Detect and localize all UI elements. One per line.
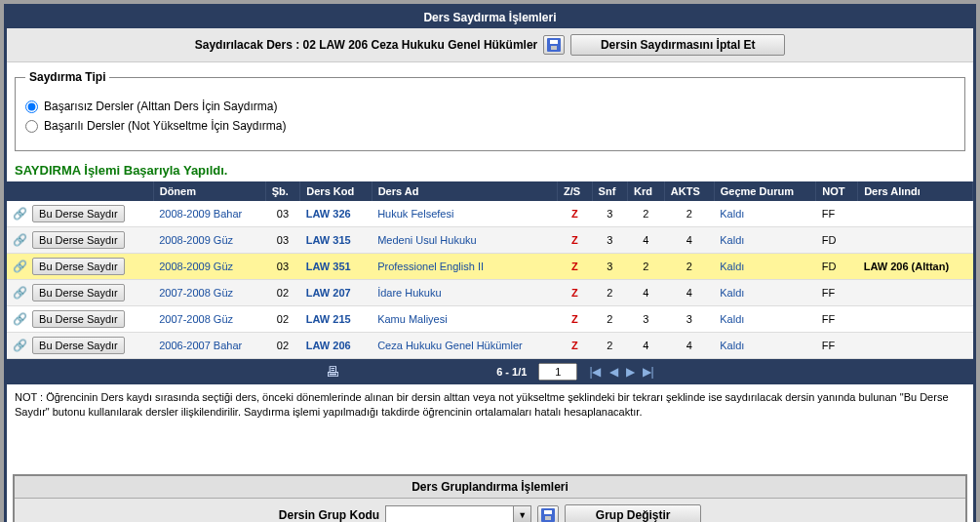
link-icon: 🔗 [13,312,27,326]
pager-last-icon[interactable]: ▶| [643,365,654,379]
cell-grade: FD [816,227,858,254]
cell-taken [858,201,973,227]
code-link[interactable]: LAW 351 [306,261,351,272]
cell-taken [858,306,973,333]
cell-taken: LAW 206 (Alttan) [858,254,973,280]
group-save-button[interactable] [537,505,559,522]
assign-button[interactable]: Bu Derse Saydır [32,310,125,328]
name-link[interactable]: İdare Hukuku [377,287,441,299]
col-name: Ders Ad [372,181,557,201]
assign-button[interactable]: Bu Derse Saydır [32,258,125,275]
sub-bar: Saydırılacak Ders : 02 LAW 206 Ceza Huku… [7,28,973,62]
term-link[interactable]: 2007-2008 Güz [159,287,233,299]
assign-button[interactable]: Bu Derse Saydır [32,284,125,301]
assign-button[interactable]: Bu Derse Saydır [32,205,125,222]
code-link[interactable]: LAW 215 [306,313,351,325]
cell-section: 02 [265,306,300,333]
status-link[interactable]: Kaldı [720,340,744,351]
col-class: Snf [592,181,627,201]
pager-prev-icon[interactable]: ◀ [609,365,618,379]
pager: 🖶 6 - 1/1 |◀ ◀ ▶ ▶| [7,359,973,384]
col-grade: NOT [816,181,858,201]
name-link[interactable]: Kamu Maliyesi [377,313,448,325]
term-link[interactable]: 2006-2007 Bahar [159,340,242,351]
cell-ects: 2 [664,201,714,227]
name-link[interactable]: Medeni Usul Hukuku [377,234,477,246]
cell-credit: 2 [628,201,665,227]
cell-credit: 4 [628,280,665,306]
code-link[interactable]: LAW 206 [306,340,351,351]
pager-next-icon[interactable]: ▶ [626,365,635,379]
status-link[interactable]: Kaldı [720,234,744,246]
term-link[interactable]: 2007-2008 Güz [159,313,233,325]
cell-ects: 4 [664,227,714,254]
name-link[interactable]: Professionel English II [377,261,484,272]
col-credit: Krd [628,181,665,201]
name-link[interactable]: Hukuk Felsefesi [377,208,453,220]
type-legend: Saydırma Tipi [25,70,109,84]
status-link[interactable]: Kaldı [720,208,744,220]
cell-credit: 4 [628,227,665,254]
cell-taken [858,280,973,306]
radio-passed-courses[interactable] [25,120,38,133]
link-icon: 🔗 [13,286,27,300]
cell-class: 2 [592,306,627,333]
group-change-button[interactable]: Grup Değiştir [565,504,701,522]
link-icon: 🔗 [13,207,27,221]
group-code-input[interactable] [386,506,513,522]
pager-text: 6 - 1/1 [351,366,527,378]
name-link[interactable]: Ceza Hukuku Genel Hükümler [377,340,523,351]
cell-section: 03 [265,254,300,280]
cell-zs: Z [557,254,592,280]
term-link[interactable]: 2008-2009 Güz [159,234,233,246]
col-taken: Ders Alındı [858,181,973,201]
cell-zs: Z [557,306,592,333]
assign-button[interactable]: Bu Derse Saydır [32,231,125,249]
courses-table: Dönem Şb. Ders Kod Ders Ad Z/S Snf Krd A… [7,181,973,359]
code-link[interactable]: LAW 315 [306,234,351,246]
col-code: Ders Kod [300,181,372,201]
term-link[interactable]: 2008-2009 Güz [159,261,233,272]
table-row: 🔗 Bu Derse Saydır2006-2007 Bahar02LAW 20… [7,333,973,359]
course-info-label: Saydırılacak Ders : 02 LAW 206 Ceza Huku… [195,38,537,52]
pager-first-icon[interactable]: |◀ [589,365,601,379]
save-icon [541,508,555,522]
combo-dropdown-button[interactable]: ▼ [513,506,530,522]
cell-zs: Z [557,201,592,227]
type-panel: Saydırma Tipi Başarısız Dersler (Alttan … [15,70,965,151]
cell-section: 02 [265,280,300,306]
radio-passed-label: Başarılı Dersler (Not Yükseltme İçin Say… [44,119,287,133]
cancel-assignment-button[interactable]: Dersin Saydırmasını İptal Et [570,34,785,56]
status-link[interactable]: Kaldı [720,287,744,299]
print-icon[interactable]: 🖶 [326,364,339,380]
table-row: 🔗 Bu Derse Saydır2008-2009 Güz03LAW 351P… [7,254,973,280]
table-row: 🔗 Bu Derse Saydır2008-2009 Bahar03LAW 32… [7,201,973,227]
col-section: Şb. [265,181,300,201]
radio-failed-courses[interactable] [25,100,38,113]
cell-grade: FF [816,280,858,306]
save-button[interactable] [543,35,565,55]
col-term: Dönem [153,181,265,201]
note-text-1: NOT : Öğrencinin Ders kaydı sırasında se… [7,384,973,429]
status-link[interactable]: Kaldı [720,313,744,325]
pager-input[interactable] [538,363,577,381]
cell-zs: Z [557,333,592,359]
cell-taken [858,227,973,254]
cell-zs: Z [557,227,592,254]
cell-credit: 4 [628,333,665,359]
status-link[interactable]: Kaldı [720,261,744,272]
col-action [7,181,153,201]
group-code-combo[interactable]: ▼ [385,505,531,522]
cell-ects: 4 [664,280,714,306]
success-message: SAYDIRMA İşlemi Başarıyla Yapıldı. [7,159,973,181]
cell-section: 03 [265,227,300,254]
cell-class: 3 [592,227,627,254]
code-link[interactable]: LAW 207 [306,287,351,299]
link-icon: 🔗 [13,233,27,247]
assign-button[interactable]: Bu Derse Saydır [32,337,125,354]
code-link[interactable]: LAW 326 [306,208,351,220]
col-status: Geçme Durum [714,181,816,201]
term-link[interactable]: 2008-2009 Bahar [159,208,242,220]
cell-grade: FF [816,201,858,227]
main-frame: Ders Saydırma İşlemleri Saydırılacak Der… [4,4,976,522]
